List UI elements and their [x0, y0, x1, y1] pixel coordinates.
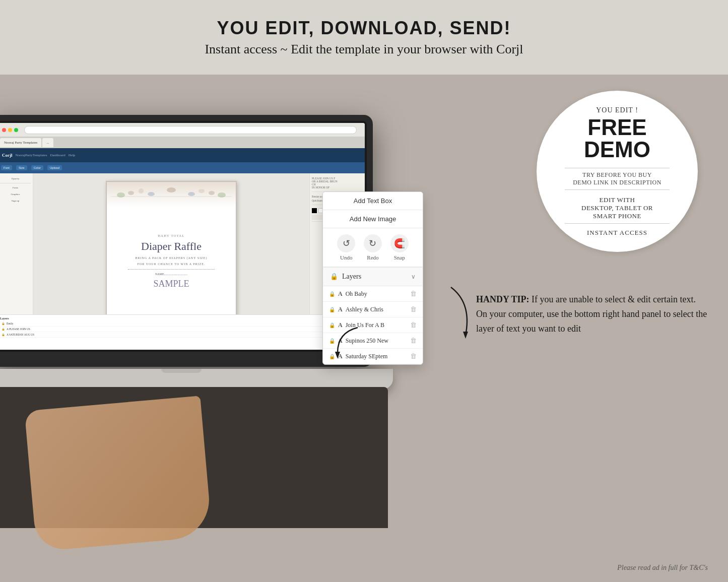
layer-lock-1: 🔒	[329, 291, 335, 297]
demo-instant-text: INSTANT ACCESS	[587, 229, 647, 237]
inv-win-text: FOR YOUR CHANCE TO WIN A PRIZE.	[138, 263, 206, 266]
corjl-main-area: Opacity Fonts Graphics Sign up	[0, 173, 365, 350]
browser-tabs: Nooraj Party Templates ...	[0, 137, 365, 148]
inv-diaper-raffle: Diaper Raffle	[141, 240, 202, 253]
floral-top-decoration	[111, 184, 232, 206]
layer-name-1: Oh Baby	[346, 290, 407, 298]
toolbar-color-btn[interactable]: Color	[31, 165, 43, 170]
add-text-box-button[interactable]: Add Text Box	[323, 192, 423, 210]
layer-type-2: A	[338, 306, 343, 313]
laptop-screen: Nooraj Party Templates ... Corjl NoorajP…	[0, 123, 365, 350]
toolbar-size-btn[interactable]: Size	[16, 165, 27, 170]
undo-item: ↺ Undo	[337, 234, 355, 261]
screen-layer-saturday[interactable]: 🔒A SATURDAY AUG US	[0, 332, 363, 338]
inv-divider-1	[128, 269, 215, 270]
layer-type-1: A	[338, 290, 343, 298]
panel-icons-row: ↺ Undo ↻ Redo 🧲 Snap	[323, 228, 423, 267]
header-title: YOU EDIT, DOWNLOAD, SEND!	[217, 18, 511, 39]
window-maximize-btn[interactable]	[14, 128, 18, 132]
snap-label: Snap	[394, 254, 405, 261]
snap-icon[interactable]: 🧲	[390, 234, 409, 252]
corjl-app-header: Corjl NoorajPartyTemplates Dashboard Hel…	[0, 148, 365, 162]
panel-text-section: PLEASE JOIN US FOR A BRIDAL BRUNCHIN HON…	[312, 175, 363, 192]
svg-point-1	[128, 191, 134, 195]
screen-layer-emily[interactable]: 🔒Emily	[0, 321, 363, 327]
sidebar-signup[interactable]: Sign up	[0, 199, 31, 203]
screen-layers-panel: Layers 🔒Emily 🔒A PLEASE JOIN US 🔒A SATUR…	[0, 314, 365, 350]
inv-sample-text: SAMPLE	[153, 279, 189, 289]
demo-try-text: TRY BEFORE YOU BUY DEMO LINK IN DESCRIPT…	[573, 171, 661, 186]
browser-bar	[0, 123, 365, 137]
svg-point-8	[218, 192, 226, 198]
layers-header[interactable]: 🔒 Layers ∨	[323, 268, 423, 286]
demo-free-text: FREE	[587, 116, 646, 139]
demo-demo-text: DEMO	[584, 139, 650, 161]
inv-bring-text: BRING A PACK OF DIAPERS (ANY SIZE)	[136, 256, 208, 260]
layer-delete-1[interactable]: 🗑	[410, 290, 417, 298]
redo-icon[interactable]: ↻	[364, 234, 382, 252]
corjl-nav-3[interactable]: Help	[69, 153, 76, 157]
layer-lock-2: 🔒	[329, 307, 335, 312]
redo-item: ↻ Redo	[364, 234, 382, 261]
browser-tab-1[interactable]: Nooraj Party Templates	[0, 138, 41, 147]
corjl-nav-1[interactable]: NoorajPartyTemplates	[16, 153, 47, 157]
screen-layer-please[interactable]: 🔒A PLEASE JOIN US	[0, 327, 363, 332]
inv-name-label: NAME...............................	[155, 273, 187, 276]
toolbar-upload-btn[interactable]: Upload	[47, 165, 62, 170]
layer-name-2: Ashley & Chris	[346, 306, 407, 313]
layer-delete-5[interactable]: 🗑	[410, 352, 417, 360]
layer-delete-4[interactable]: 🗑	[410, 337, 417, 345]
laptop-keyboard	[0, 369, 393, 389]
toolbar-font-btn[interactable]: Font	[1, 165, 12, 170]
browser-tab-2[interactable]: ...	[42, 138, 53, 147]
laptop-screen-body: Nooraj Party Templates ... Corjl NoorajP…	[0, 115, 373, 367]
color-swatch-black[interactable]	[312, 208, 317, 213]
svg-point-7	[209, 191, 215, 195]
undo-icon[interactable]: ↺	[337, 234, 355, 252]
demo-divider-2	[565, 189, 670, 190]
svg-point-2	[139, 188, 144, 193]
screen-layers-title: Layers	[0, 317, 363, 320]
add-new-image-button[interactable]: Add New Image	[323, 210, 423, 228]
tc-text: Please read ad in full for T&C's	[617, 564, 708, 572]
header-banner: YOU EDIT, DOWNLOAD, SEND! Instant access…	[0, 0, 728, 75]
layers-chevron-icon: ∨	[411, 273, 416, 281]
window-minimize-btn[interactable]	[8, 128, 12, 132]
corjl-nav-2[interactable]: Dashboard	[50, 153, 65, 157]
layers-header-left: 🔒 Layers	[330, 273, 361, 281]
tip-text-block: HANDY TIP: If you are unable to select &…	[476, 292, 708, 336]
svg-point-4	[167, 187, 176, 192]
inv-content: BABY TOTAL Diaper Raffle BRING A PACK OF…	[117, 207, 226, 316]
sidebar-fonts[interactable]: Fonts	[0, 185, 31, 190]
window-close-btn[interactable]	[2, 128, 6, 132]
svg-point-5	[188, 192, 195, 196]
demo-divider-3	[565, 223, 670, 224]
left-arrow	[327, 322, 368, 365]
tip-bold-label: HANDY TIP:	[476, 294, 530, 304]
svg-point-6	[198, 189, 205, 193]
sidebar-opacity[interactable]: Opacity	[0, 176, 31, 181]
corjl-logo: Corjl	[2, 153, 13, 158]
demo-edit-with-text: EDIT WITH DESKTOP, TABLET OR SMART PHONE	[581, 196, 653, 220]
keyboard-notch	[161, 369, 202, 373]
undo-label: Undo	[340, 254, 352, 261]
svg-marker-18	[463, 332, 468, 339]
svg-point-3	[148, 192, 155, 196]
demo-you-edit-text: YOU EDIT !	[596, 106, 638, 114]
demo-circle: YOU EDIT ! FREE DEMO TRY BEFORE YOU BUY …	[537, 91, 698, 252]
url-bar[interactable]	[24, 126, 357, 134]
right-arrow	[441, 282, 481, 345]
sidebar-graphics[interactable]: Graphics	[0, 192, 31, 197]
corjl-toolbar: Font Size Color Upload	[0, 162, 365, 173]
layer-item-ashley-chris[interactable]: 🔒 A Ashley & Chris 🗑	[323, 302, 423, 317]
hand-decoration	[24, 396, 212, 551]
svg-marker-17	[335, 352, 340, 359]
snap-item: 🧲 Snap	[390, 234, 409, 261]
layer-delete-3[interactable]: 🗑	[410, 321, 417, 329]
layer-item-oh-baby[interactable]: 🔒 A Oh Baby 🗑	[323, 286, 423, 302]
layers-lock-icon: 🔒	[330, 273, 338, 281]
layer-delete-2[interactable]: 🗑	[410, 305, 417, 313]
inv-baby-total: BABY TOTAL	[158, 234, 184, 238]
layers-title: Layers	[342, 273, 361, 281]
screen-bezel: Nooraj Party Templates ... Corjl NoorajP…	[0, 121, 367, 352]
